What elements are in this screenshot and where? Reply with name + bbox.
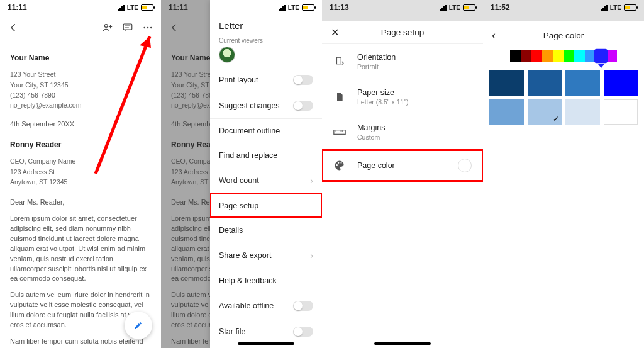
menu-label: Available offline bbox=[219, 301, 274, 310]
sender-street: 123 Your Street bbox=[10, 70, 151, 79]
overflow-panel: LTE Letter Current viewers Print layout … bbox=[210, 0, 322, 348]
more-menu-icon[interactable] bbox=[142, 22, 153, 33]
document-body[interactable]: Your Name 123 Your Street Your City, ST … bbox=[0, 40, 161, 348]
recipient-title: CEO, Company Name bbox=[10, 157, 151, 166]
hue-swatch[interactable] bbox=[510, 50, 521, 62]
menu-star-file[interactable]: Star file bbox=[210, 318, 322, 344]
menu-label: Find and replace bbox=[219, 151, 277, 160]
svg-rect-8 bbox=[334, 130, 345, 135]
close-icon[interactable]: ✕ bbox=[331, 26, 339, 38]
edit-fab[interactable] bbox=[125, 312, 152, 339]
toggle-off[interactable] bbox=[293, 101, 313, 111]
hue-swatch[interactable] bbox=[564, 50, 574, 62]
signal-icon bbox=[440, 5, 447, 11]
sender-city: Your City, ST 12345 bbox=[10, 81, 151, 89]
svg-point-3 bbox=[147, 27, 149, 29]
doc-toolbar bbox=[0, 15, 161, 40]
status-bar: 11:11 LTE bbox=[0, 0, 161, 15]
menu-label: Share & export bbox=[219, 251, 271, 260]
panel-title: Letter bbox=[210, 15, 322, 33]
clock: 11:11 bbox=[8, 3, 27, 12]
toggle-off[interactable] bbox=[293, 75, 313, 85]
hue-swatch[interactable] bbox=[594, 49, 608, 64]
shade-swatch[interactable]: ✓ bbox=[528, 99, 562, 125]
current-viewers-label: Current viewers bbox=[210, 33, 322, 45]
menu-print-layout[interactable]: Print layout bbox=[210, 67, 322, 93]
orientation-icon bbox=[333, 56, 346, 67]
home-indicator bbox=[238, 342, 294, 345]
screen-overflow-menu: 11:11 LTE Your Name 123 Your Street Your… bbox=[161, 0, 322, 348]
add-person-icon[interactable] bbox=[102, 22, 113, 33]
letter-date: 4th September 20XX bbox=[10, 120, 151, 130]
hue-swatch[interactable] bbox=[521, 50, 531, 62]
setup-orientation[interactable]: Orientation Portrait bbox=[322, 44, 483, 79]
menu-label: Page setup bbox=[219, 201, 258, 210]
current-color-swatch bbox=[458, 159, 472, 172]
clock: 11:52 bbox=[491, 3, 510, 12]
menu-share-export[interactable]: Share & export › bbox=[210, 242, 322, 268]
sender-name: Your Name bbox=[10, 53, 151, 64]
menu-suggest-changes[interactable]: Suggest changes bbox=[210, 93, 322, 118]
menu-word-count[interactable]: Word count › bbox=[210, 167, 322, 193]
menu-label: Help & feedback bbox=[219, 276, 277, 285]
setup-margins[interactable]: Margins Custom bbox=[322, 115, 483, 150]
setup-page-color[interactable]: Page color bbox=[322, 150, 483, 181]
shade-swatch[interactable] bbox=[528, 70, 562, 96]
shade-swatch[interactable] bbox=[565, 99, 600, 125]
battery-icon bbox=[624, 4, 636, 11]
status-bar: 11:52 LTE bbox=[483, 0, 644, 15]
menu-page-setup[interactable]: Page setup bbox=[210, 193, 322, 218]
svg-rect-1 bbox=[123, 24, 132, 30]
back-chevron-icon[interactable]: ‹ bbox=[492, 29, 496, 42]
menu-label: Star file bbox=[219, 327, 245, 336]
svg-point-9 bbox=[336, 164, 338, 166]
sheet-title: Page setup bbox=[381, 28, 424, 37]
shade-swatch[interactable] bbox=[489, 99, 524, 125]
option-value: Portrait bbox=[357, 63, 396, 70]
shade-swatch[interactable] bbox=[565, 70, 600, 96]
hue-swatch[interactable] bbox=[553, 50, 564, 62]
svg-point-2 bbox=[143, 27, 145, 29]
recipient-street: 123 Address St bbox=[10, 167, 151, 176]
hue-swatch[interactable] bbox=[606, 50, 617, 62]
svg-rect-7 bbox=[337, 57, 341, 64]
battery-icon bbox=[302, 4, 314, 11]
viewer-avatar[interactable] bbox=[219, 47, 235, 63]
sender-phone: (123) 456-7890 bbox=[10, 91, 151, 99]
shade-swatch[interactable] bbox=[489, 70, 524, 96]
screen-page-color: 11:52 LTE ‹ Page color ✓ bbox=[483, 0, 644, 348]
menu-document-outline[interactable]: Document outline bbox=[210, 118, 322, 143]
toggle-off[interactable] bbox=[293, 327, 313, 337]
option-label: Page color bbox=[357, 161, 395, 170]
hue-swatch[interactable] bbox=[542, 50, 553, 62]
sheet-header: ✕ Page setup bbox=[322, 21, 483, 44]
screen-document: 11:11 LTE Your Name 123 Your Street Your… bbox=[0, 0, 161, 348]
home-indicator bbox=[374, 342, 431, 345]
body-para-3: Nam liber tempor cum soluta nobis eleife… bbox=[10, 337, 151, 348]
signal-icon bbox=[601, 5, 608, 11]
menu-available-offline[interactable]: Available offline bbox=[210, 293, 322, 318]
shade-grid: ✓ bbox=[483, 70, 644, 125]
svg-point-4 bbox=[150, 27, 152, 29]
screen-page-setup: 11:13 LTE ✕ Page setup Orientation Portr… bbox=[322, 0, 483, 348]
status-bar: 11:13 LTE bbox=[322, 0, 483, 15]
shade-swatch[interactable] bbox=[604, 99, 638, 125]
setup-paper-size[interactable]: Paper size Letter (8.5" x 11") bbox=[322, 79, 483, 115]
shade-swatch[interactable] bbox=[604, 70, 638, 96]
option-value: Letter (8.5" x 11") bbox=[357, 98, 409, 106]
menu-details[interactable]: Details bbox=[210, 218, 322, 242]
back-chevron-icon[interactable] bbox=[8, 22, 19, 33]
sheet-header: ‹ Page color bbox=[483, 24, 644, 47]
comment-icon[interactable] bbox=[122, 22, 133, 33]
signal-icon bbox=[279, 5, 286, 11]
menu-help-feedback[interactable]: Help & feedback bbox=[210, 268, 322, 293]
hue-swatch[interactable] bbox=[574, 50, 585, 62]
recipient-city: Anytown, ST 12345 bbox=[10, 177, 151, 186]
toggle-off[interactable] bbox=[293, 301, 313, 311]
menu-find-replace[interactable]: Find and replace bbox=[210, 143, 322, 167]
network-label: LTE bbox=[127, 4, 138, 11]
hue-swatch[interactable] bbox=[531, 50, 542, 62]
option-label: Margins bbox=[357, 123, 385, 132]
salutation: Dear Ms. Reader, bbox=[10, 198, 151, 208]
menu-label: Suggest changes bbox=[219, 101, 280, 110]
